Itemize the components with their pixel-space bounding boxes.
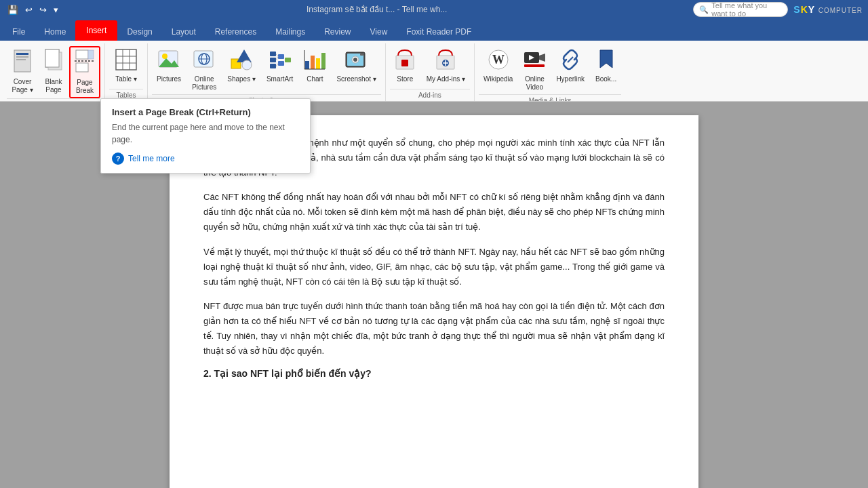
shapes-label: Shapes ▾ <box>227 75 256 83</box>
ribbon-group-addins: Store My Add-ins ▾ Add-ins <box>386 43 475 101</box>
svg-point-17 <box>162 54 167 59</box>
svg-rect-7 <box>76 50 88 59</box>
addins-group-label: Add-ins <box>390 89 470 101</box>
svg-rect-3 <box>16 59 26 60</box>
tab-foxit[interactable]: Foxit Reader PDF <box>397 23 481 41</box>
svg-rect-26 <box>270 52 276 56</box>
smartart-button[interactable]: SmartArt <box>262 46 298 86</box>
paragraph-2: Các NFT không thể đồng nhất hay hoán đổi… <box>203 190 665 235</box>
undo-button[interactable]: ↩ <box>23 3 35 16</box>
svg-rect-29 <box>278 54 284 59</box>
screenshot-button[interactable]: Screenshot ▾ <box>332 46 380 86</box>
illustrations-buttons: Pictures OnlinePictures <box>152 43 381 94</box>
store-label: Store <box>397 75 413 83</box>
search-icon: 🔍 <box>699 5 709 14</box>
ribbon: CoverPage ▾ BlankPage <box>0 41 868 102</box>
svg-rect-30 <box>278 61 284 66</box>
title-bar-right: 🔍 Tell me what you want to do SKY COMPUT… <box>693 2 863 17</box>
smartart-icon <box>269 49 291 74</box>
table-button[interactable]: Table ▾ <box>109 46 143 86</box>
chart-icon <box>304 49 326 74</box>
tab-references[interactable]: References <box>205 23 266 41</box>
online-buttons: W Wikipedia OnlineVideo <box>479 43 621 94</box>
chart-button[interactable]: Chart <box>299 46 330 86</box>
hyperlink-label: Hyperlink <box>556 75 585 83</box>
svg-rect-56 <box>524 64 545 67</box>
page-break-tooltip: Insert a Page Break (Ctrl+Return) End th… <box>100 98 311 174</box>
wikipedia-button[interactable]: W Wikipedia <box>479 46 517 86</box>
svg-line-33 <box>276 57 278 60</box>
online-video-label: OnlineVideo <box>525 75 545 92</box>
wikipedia-label: Wikipedia <box>484 75 513 83</box>
help-icon: ? <box>112 152 124 165</box>
cover-page-icon <box>12 49 33 77</box>
store-icon <box>395 49 415 74</box>
page-break-icon <box>75 49 95 77</box>
pages-buttons: CoverPage ▾ BlankPage <box>7 43 100 98</box>
ribbon-group-illustrations: Pictures OnlinePictures <box>148 43 386 101</box>
tab-home[interactable]: Home <box>35 23 75 41</box>
tab-mailings[interactable]: Mailings <box>266 23 315 41</box>
heading-1: 2. Tại sao NFT lại phổ biến đến vậy? <box>203 368 665 379</box>
wikipedia-icon: W <box>488 49 509 74</box>
redo-button[interactable]: ↪ <box>37 3 49 16</box>
screenshot-label: Screenshot ▾ <box>336 75 376 83</box>
svg-rect-1 <box>16 53 28 55</box>
title-bar-left: 💾 ↩ ↪ ▾ <box>5 3 60 16</box>
tell-me-placeholder: Tell me what you want to do <box>711 1 782 18</box>
shapes-icon <box>231 49 252 74</box>
my-addins-icon <box>435 49 456 74</box>
ribbon-group-pages: CoverPage ▾ BlankPage <box>3 43 105 101</box>
svg-point-44 <box>353 58 357 62</box>
cover-page-button[interactable]: CoverPage ▾ <box>7 46 38 97</box>
sky-logo: SKY COMPUTER <box>793 4 863 15</box>
tell-me-input[interactable]: 🔍 Tell me what you want to do <box>693 2 788 17</box>
svg-rect-31 <box>285 58 291 62</box>
pictures-button[interactable]: Pictures <box>152 46 186 86</box>
smartart-label: SmartArt <box>267 75 293 83</box>
svg-rect-28 <box>270 64 276 68</box>
store-button[interactable]: Store <box>390 46 420 86</box>
svg-rect-6 <box>45 49 59 67</box>
tooltip-help-link[interactable]: ? Tell me more <box>112 152 299 165</box>
hyperlink-button[interactable]: Hyperlink <box>551 46 589 86</box>
online-group-label: Media & Links <box>479 94 621 102</box>
tab-view[interactable]: View <box>361 23 397 41</box>
quick-access-toolbar: 💾 ↩ ↪ ▾ <box>5 3 60 16</box>
tab-file[interactable]: File <box>3 23 35 41</box>
tooltip-link-text: Tell me more <box>128 154 175 163</box>
paragraph-4: NFT được mua bán trực tuyến dưới hình th… <box>203 299 665 359</box>
bookmark-icon <box>597 49 615 74</box>
tab-review[interactable]: Review <box>315 23 360 41</box>
svg-text:W: W <box>492 53 505 66</box>
svg-rect-38 <box>321 53 326 69</box>
page-break-button[interactable]: PageBreak <box>69 46 100 98</box>
cover-page-label: CoverPage ▾ <box>12 78 33 94</box>
online-video-button[interactable]: OnlineVideo <box>519 46 550 94</box>
svg-point-25 <box>242 60 252 70</box>
svg-rect-27 <box>270 58 276 62</box>
svg-rect-47 <box>401 60 408 66</box>
document-title: Instagram sẽ bắt đầu t... - Tell me wh..… <box>60 5 693 14</box>
svg-rect-45 <box>360 54 363 56</box>
my-addins-button[interactable]: My Add-ins ▾ <box>422 46 470 86</box>
blank-page-button[interactable]: BlankPage <box>39 46 68 97</box>
ribbon-group-tables: Table ▾ Tables <box>105 43 148 101</box>
online-video-icon <box>524 49 545 74</box>
svg-rect-2 <box>16 56 28 58</box>
screenshot-icon <box>345 49 368 74</box>
svg-marker-55 <box>539 54 545 62</box>
blank-page-icon <box>44 49 63 77</box>
tab-insert[interactable]: Insert <box>75 20 117 41</box>
table-icon <box>115 49 137 74</box>
online-pictures-button[interactable]: OnlinePictures <box>187 46 221 94</box>
qa-dropdown[interactable]: ▾ <box>52 3 60 16</box>
save-button[interactable]: 💾 <box>5 3 20 16</box>
addins-buttons: Store My Add-ins ▾ <box>390 43 470 89</box>
blank-page-label: BlankPage <box>45 78 62 94</box>
shapes-button[interactable]: Shapes ▾ <box>222 46 260 86</box>
bookmark-button[interactable]: Book... <box>591 46 621 86</box>
tab-layout[interactable]: Layout <box>162 23 205 41</box>
tab-design[interactable]: Design <box>117 23 161 41</box>
bookmark-label: Book... <box>595 75 616 83</box>
